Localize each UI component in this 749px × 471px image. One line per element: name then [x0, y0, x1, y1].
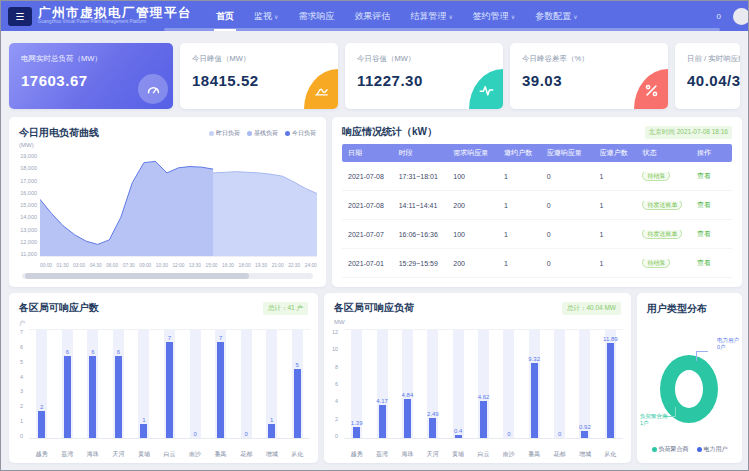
cell-invited: 1: [498, 202, 541, 209]
nav-item-label: 监视: [254, 10, 272, 23]
cell-date: 2021-07-01: [342, 260, 393, 267]
cell-accepted_users: 1: [594, 260, 637, 267]
bar-column-花都: 0: [547, 330, 572, 438]
bar-column-荔湾: 4.17: [369, 330, 394, 438]
bar-value-label: 0: [558, 431, 561, 437]
cell-status: 待结算: [636, 172, 691, 181]
x-axis-categories: 越秀荔湾海珠天河黄埔白云南沙番禺花都增城从化: [29, 450, 310, 459]
view-link[interactable]: 查看: [697, 201, 711, 208]
bar-column-花都: 0: [233, 330, 259, 438]
x-tick: 09:00: [139, 263, 151, 268]
cell-accepted_amount: 0: [541, 260, 594, 267]
datazoom-track[interactable]: [22, 273, 313, 279]
bar-column-越秀: 2: [29, 330, 55, 438]
kpi-row: 电网实时总负荷（MW） 17603.67 今日峰值（MW） 18415.52 今…: [9, 43, 740, 109]
nav-item-label: 需求响应: [298, 10, 334, 23]
kpi-card-valley: 今日谷值（MW） 11227.30: [345, 43, 503, 109]
x-category: 番禺: [522, 450, 547, 459]
legend-item-今日负荷[interactable]: 今日负荷: [285, 129, 316, 138]
x-category: 越秀: [29, 450, 55, 459]
bar-column-黄埔: 0.4: [445, 330, 470, 438]
cell-accepted_users: 1: [594, 202, 637, 209]
bar-value-label: 7: [168, 335, 171, 341]
view-link[interactable]: 查看: [697, 230, 711, 237]
y-tick: 4: [9, 374, 23, 380]
nav-item-参数配置[interactable]: 参数配置∨: [525, 1, 587, 31]
x-tick: 01:30: [57, 263, 69, 268]
y-tick: 6: [9, 344, 23, 350]
total-badge: 总计：40.04 MW: [562, 302, 621, 315]
app-logo-icon: ☰: [8, 7, 32, 26]
bar-column-从化: 11.89: [598, 330, 623, 438]
legend-item-基线负荷[interactable]: 基线负荷: [247, 129, 278, 138]
legend-item-负荷聚合商[interactable]: 负荷聚合商: [652, 445, 689, 454]
nav-item-签约管理[interactable]: 签约管理∨: [463, 1, 525, 31]
bar: [268, 424, 275, 438]
panel-title: 用户类型分布: [637, 293, 742, 316]
x-tick: 04:30: [90, 263, 102, 268]
y-tick: 14,000: [14, 214, 37, 220]
cell-date: 2021-07-08: [342, 202, 393, 209]
status-badge: 待发送账单: [642, 230, 682, 239]
app-title: 广州市虚拟电厂管理平台: [38, 7, 192, 21]
nav-item-监视[interactable]: 监视∨: [244, 1, 288, 31]
bar: [379, 405, 386, 438]
x-category: 花都: [233, 450, 259, 459]
datazoom-thumb[interactable]: [25, 273, 249, 279]
cell-demand: 100: [447, 173, 498, 180]
x-category: 从化: [598, 450, 623, 459]
x-category: 白云: [471, 450, 496, 459]
x-tick: 16:30: [222, 263, 234, 268]
y-axis-unit: 户: [19, 319, 25, 328]
app-subtitle: Guangzhou Virtual Power Plant Management…: [38, 20, 192, 25]
legend-dot: [209, 131, 214, 136]
bar-value-label: 6: [66, 349, 69, 355]
bar: [531, 363, 538, 438]
legend-dot: [285, 131, 290, 136]
callout-value: 1户: [640, 420, 668, 427]
cell-period: 15:29~15:59: [393, 260, 448, 267]
nav-item-结算管理[interactable]: 结算管理∨: [400, 1, 462, 31]
legend-item-电力用户[interactable]: 电力用户: [697, 445, 728, 454]
col-header: 应邀户数: [594, 148, 637, 158]
bar-track: [453, 330, 464, 438]
bar: [38, 411, 45, 438]
bar: [404, 399, 411, 438]
y-tick: 2: [9, 403, 23, 409]
legend-label: 基线负荷: [254, 129, 278, 138]
cell-action: 查看: [691, 171, 732, 181]
main-nav: 首页监视∨需求响应效果评估结算管理∨签约管理∨参数配置∨: [206, 1, 588, 31]
notification-count[interactable]: 0: [717, 12, 721, 21]
view-link[interactable]: 查看: [697, 172, 711, 179]
x-category: 黄埔: [445, 450, 470, 459]
load-bar-plot: 1.394.174.842.490.44.6209.3200.9211.89: [344, 329, 623, 439]
bar-column-荔湾: 6: [55, 330, 81, 438]
legend-item-昨日负荷[interactable]: 昨日负荷: [209, 129, 240, 138]
kpi-card-realtime-load: 电网实时总负荷（MW） 17603.67: [9, 43, 173, 109]
cell-demand: 100: [447, 231, 498, 238]
callout-value: 0户: [717, 344, 739, 351]
table-row: 2021-07-0716:06~16:36100101待发送账单查看: [342, 220, 732, 249]
bar-value-label: 1: [270, 417, 273, 423]
nav-item-需求响应[interactable]: 需求响应: [288, 1, 344, 31]
bar-value-label: 6: [91, 349, 94, 355]
callout-label: 电力用户: [717, 337, 739, 344]
y-tick: 16,000: [14, 190, 37, 196]
col-header: 日期: [342, 148, 393, 158]
bar-track: [503, 330, 514, 438]
nav-item-label: 签约管理: [473, 10, 509, 23]
bar-value-label: 7: [219, 335, 222, 341]
bar-value-label: 0: [507, 431, 510, 437]
nav-item-首页[interactable]: 首页: [206, 1, 244, 31]
nav-item-效果评估[interactable]: 效果评估: [344, 1, 400, 31]
view-link[interactable]: 查看: [697, 259, 711, 266]
x-tick: 13:30: [189, 263, 201, 268]
x-tick: 22:30: [288, 263, 300, 268]
y-tick: 0: [324, 433, 338, 439]
bar-value-label: 1: [142, 417, 145, 423]
user-avatar[interactable]: [733, 8, 749, 25]
y-axis-ticks: 121086420: [324, 329, 340, 439]
kpi-label: 今日谷值（MW）: [357, 54, 503, 64]
x-category: 荔湾: [55, 450, 81, 459]
col-header: 时段: [393, 148, 448, 158]
